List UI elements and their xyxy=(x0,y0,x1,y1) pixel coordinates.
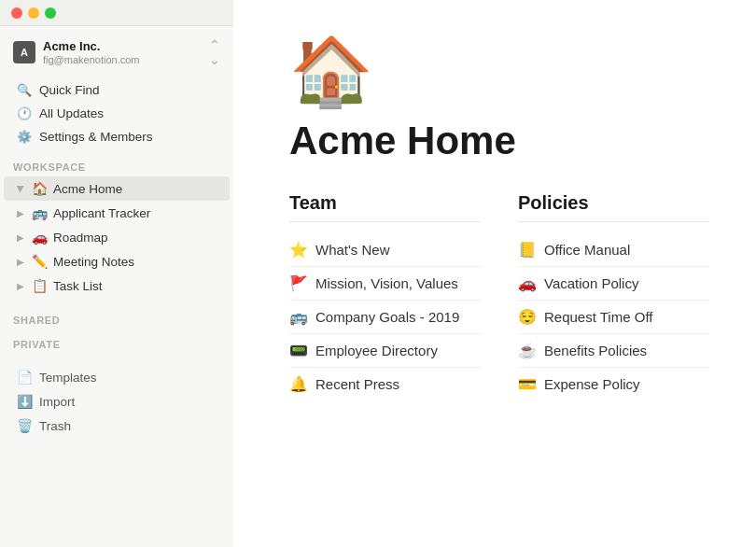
link-label: Employee Directory xyxy=(315,343,438,358)
sidebar-item-roadmap[interactable]: ▶ 🚗 Roadmap xyxy=(4,225,230,249)
sidebar-item-label: Templates xyxy=(39,371,97,385)
link-label: Mission, Vision, Values xyxy=(315,275,458,291)
sidebar-item-meeting-notes[interactable]: ▶ ✏️ Meeting Notes xyxy=(4,249,230,274)
window-chrome xyxy=(0,0,233,26)
sidebar-item-applicant-tracker[interactable]: ▶ 🚌 Applicant Tracker xyxy=(4,201,230,225)
notebook-icon: 📒 xyxy=(518,241,537,259)
coffee-icon: ☕ xyxy=(518,342,537,359)
workspace-text: Acme Inc. fig@makenotion.com xyxy=(43,39,140,65)
link-mission[interactable]: 🚩 Mission, Vision, Values xyxy=(289,267,481,301)
task-list-icon: 📋 xyxy=(32,278,48,293)
sidebar-bottom-items: 📄 Templates ⬇️ Import 🗑️ Trash xyxy=(0,358,233,445)
search-icon: 🔍 xyxy=(17,83,32,97)
sidebar-item-label: All Updates xyxy=(39,106,104,120)
roadmap-icon: 🚗 xyxy=(32,230,48,245)
card-icon: 💳 xyxy=(518,375,537,393)
star-icon: ⭐ xyxy=(289,241,308,259)
sidebar-item-acme-home[interactable]: ▶ 🏠 Acme Home xyxy=(4,176,230,201)
workspace-name: Acme Inc. xyxy=(43,39,140,54)
link-benefits-policies[interactable]: ☕ Benefits Policies xyxy=(518,334,709,368)
sidebar-item-label: Import xyxy=(39,395,75,409)
relieved-icon: 😌 xyxy=(518,308,537,326)
chevron-right-icon: ▶ xyxy=(17,281,24,291)
link-request-time-off[interactable]: 😌 Request Time Off xyxy=(518,301,709,334)
policies-column-title: Policies xyxy=(518,192,709,222)
pager-icon: 📟 xyxy=(289,342,308,359)
link-recent-press[interactable]: 🔔 Recent Press xyxy=(289,368,481,400)
link-label: Office Manual xyxy=(544,242,630,258)
workspace-info: A Acme Inc. fig@makenotion.com xyxy=(13,39,140,65)
page-title: Acme Home xyxy=(289,119,709,162)
templates-icon: 📄 xyxy=(17,370,32,385)
workspace-header[interactable]: A Acme Inc. fig@makenotion.com ⌃⌄ xyxy=(0,26,233,75)
sidebar-item-label: Meeting Notes xyxy=(53,255,134,269)
chevron-right-icon: ▶ xyxy=(17,232,24,243)
team-column: Team ⭐ What's New 🚩 Mission, Vision, Val… xyxy=(289,192,481,400)
policies-column: Policies 📒 Office Manual 🚗 Vacation Poli… xyxy=(518,192,709,400)
link-expense-policy[interactable]: 💳 Expense Policy xyxy=(518,368,709,400)
sidebar-item-templates[interactable]: 📄 Templates xyxy=(4,365,230,389)
sidebar-item-all-updates[interactable]: 🕐 All Updates xyxy=(4,102,230,125)
workspace-email: fig@makenotion.com xyxy=(43,54,140,65)
link-label: Company Goals - 2019 xyxy=(315,309,459,325)
sidebar-item-settings[interactable]: ⚙️ Settings & Members xyxy=(4,125,230,148)
meeting-notes-icon: ✏️ xyxy=(32,254,48,269)
minimize-button[interactable] xyxy=(28,7,39,19)
link-label: Expense Policy xyxy=(544,376,640,392)
link-label: Request Time Off xyxy=(544,309,652,325)
sidebar-item-quick-find[interactable]: 🔍 Quick Find xyxy=(4,78,230,102)
bell-icon: 🔔 xyxy=(289,375,308,393)
sidebar-item-label: Task List xyxy=(53,279,103,293)
shared-label: SHARED xyxy=(0,305,233,330)
sidebar-nav: 🔍 Quick Find 🕐 All Updates ⚙️ Settings &… xyxy=(0,75,233,152)
workspace-logo: A xyxy=(13,41,35,63)
shared-section: SHARED PRIVATE xyxy=(0,298,233,358)
applicant-tracker-icon: 🚌 xyxy=(32,205,48,220)
chevron-right-icon: ▶ xyxy=(17,257,24,267)
page-columns: Team ⭐ What's New 🚩 Mission, Vision, Val… xyxy=(289,192,709,400)
sidebar-item-label: Quick Find xyxy=(39,83,100,97)
private-label: PRIVATE xyxy=(0,330,233,354)
sidebar-item-task-list[interactable]: ▶ 📋 Task List xyxy=(4,274,230,298)
chevron-right-icon: ▶ xyxy=(17,208,24,218)
workspace-chevron-icon[interactable]: ⌃⌄ xyxy=(209,37,220,67)
link-label: Recent Press xyxy=(315,376,399,392)
sidebar-item-label: Applicant Tracker xyxy=(53,206,150,220)
link-employee-directory[interactable]: 📟 Employee Directory xyxy=(289,334,481,368)
import-icon: ⬇️ xyxy=(17,394,32,409)
link-vacation-policy[interactable]: 🚗 Vacation Policy xyxy=(518,267,709,301)
sidebar-item-label: Trash xyxy=(39,419,71,433)
link-office-manual[interactable]: 📒 Office Manual xyxy=(518,233,709,267)
workspace-section-label: WORKSPACE xyxy=(0,152,233,176)
flag-icon: 🚩 xyxy=(289,274,308,292)
close-button[interactable] xyxy=(11,7,22,19)
sidebar-item-label: Roadmap xyxy=(53,231,108,245)
link-company-goals[interactable]: 🚌 Company Goals - 2019 xyxy=(289,301,481,334)
sidebar-item-label: Settings & Members xyxy=(39,130,153,144)
page-icon: 🏠 xyxy=(289,37,709,105)
link-label: Vacation Policy xyxy=(544,275,638,291)
sidebar-item-label: Acme Home xyxy=(53,182,122,196)
car-icon: 🚗 xyxy=(518,274,537,292)
bus-icon: 🚌 xyxy=(289,308,308,326)
clock-icon: 🕐 xyxy=(17,106,32,120)
sidebar-item-trash[interactable]: 🗑️ Trash xyxy=(4,414,230,438)
link-whats-new[interactable]: ⭐ What's New xyxy=(289,233,481,267)
sidebar-item-import[interactable]: ⬇️ Import xyxy=(4,389,230,414)
chevron-right-icon: ▶ xyxy=(16,185,26,192)
link-label: What's New xyxy=(315,242,390,258)
main-content: 🏠 Acme Home Team ⭐ What's New 🚩 Mission,… xyxy=(233,0,756,547)
trash-icon: 🗑️ xyxy=(17,418,32,433)
team-column-title: Team xyxy=(289,192,481,222)
link-label: Benefits Policies xyxy=(544,343,647,358)
acme-home-icon: 🏠 xyxy=(32,181,48,196)
gear-icon: ⚙️ xyxy=(17,130,32,144)
maximize-button[interactable] xyxy=(45,7,56,19)
sidebar: A Acme Inc. fig@makenotion.com ⌃⌄ 🔍 Quic… xyxy=(0,0,233,547)
